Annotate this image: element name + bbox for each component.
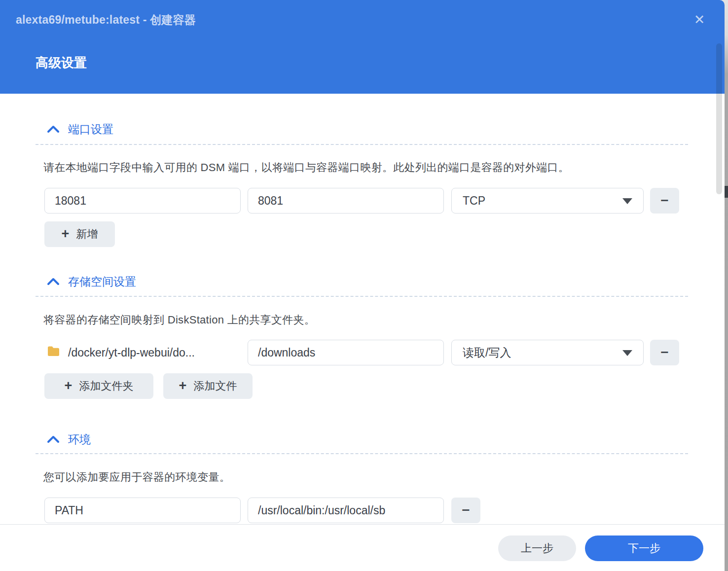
remove-storage-button[interactable]: −: [650, 340, 679, 365]
create-container-dialog: alexta69/metube:latest - 创建容器 ✕ 高级设置 端口设…: [0, 0, 725, 571]
storage-description: 将容器的存储空间映射到 DiskStation 上的共享文件夹。: [43, 313, 315, 327]
mount-path-input[interactable]: [248, 340, 444, 365]
next-step-button[interactable]: 下一步: [585, 535, 703, 561]
ports-description: 请在本地端口字段中输入可用的 DSM 端口，以将端口与容器端口映射。此处列出的端…: [43, 160, 569, 175]
environment-description: 您可以添加要应用于容器的环境变量。: [43, 470, 230, 485]
remove-port-button[interactable]: −: [650, 188, 679, 214]
plus-icon: +: [65, 379, 73, 393]
page-title: 高级设置: [36, 54, 87, 71]
host-folder-picker[interactable]: /docker/yt-dlp-webui/do...: [47, 340, 195, 365]
close-icon[interactable]: ✕: [690, 10, 709, 30]
scrollbar[interactable]: [716, 43, 722, 194]
chevron-up-icon[interactable]: [47, 125, 60, 133]
folder-icon: [47, 346, 60, 360]
dialog-header: alexta69/metube:latest - 创建容器 ✕ 高级设置: [0, 0, 725, 94]
protocol-select-value: TCP: [463, 194, 485, 208]
remove-env-button[interactable]: −: [451, 498, 480, 523]
add-folder-label: 添加文件夹: [79, 379, 133, 393]
add-file-label: 添加文件: [193, 379, 237, 393]
add-port-button[interactable]: + 新增: [44, 221, 115, 247]
local-port-input[interactable]: [44, 188, 241, 214]
chevron-down-icon: [622, 198, 632, 204]
env-variable-input[interactable]: [44, 498, 241, 523]
window-title: alexta69/metube:latest - 创建容器: [16, 12, 196, 28]
add-folder-button[interactable]: + 添加文件夹: [44, 373, 153, 399]
divider: [36, 144, 688, 145]
container-port-input[interactable]: [248, 188, 444, 214]
env-value-input[interactable]: [248, 498, 444, 523]
section-title-ports[interactable]: 端口设置: [68, 122, 113, 137]
permission-select[interactable]: 读取/写入: [451, 340, 644, 365]
host-folder-path: /docker/yt-dlp-webui/do...: [68, 346, 195, 359]
plus-icon: +: [62, 227, 70, 241]
divider: [36, 453, 688, 454]
previous-step-button[interactable]: 上一步: [498, 535, 576, 561]
plus-icon: +: [179, 379, 187, 393]
chevron-down-icon: [622, 350, 632, 356]
chevron-up-icon[interactable]: [47, 435, 60, 443]
background-window-fragment: [725, 186, 728, 198]
divider: [36, 296, 688, 297]
add-file-button[interactable]: + 添加文件: [163, 373, 253, 399]
protocol-select[interactable]: TCP: [451, 188, 644, 214]
add-port-label: 新增: [76, 227, 98, 242]
chevron-up-icon[interactable]: [47, 278, 60, 286]
section-title-storage[interactable]: 存储空间设置: [68, 274, 136, 289]
dialog-footer: 上一步 下一步: [0, 524, 725, 571]
permission-select-value: 读取/写入: [463, 345, 511, 360]
section-title-environment[interactable]: 环境: [68, 432, 91, 447]
